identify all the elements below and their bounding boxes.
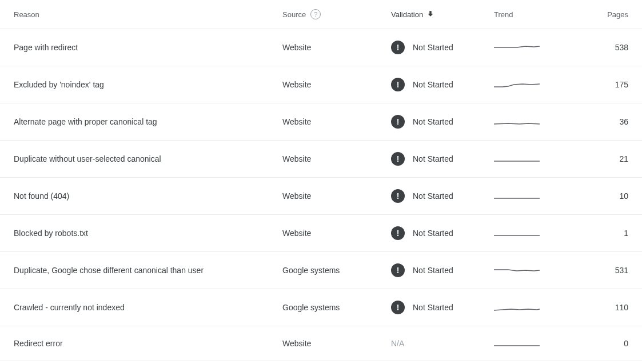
trend-sparkline bbox=[494, 190, 540, 202]
exclamation-icon: ! bbox=[391, 41, 405, 54]
trend-sparkline bbox=[494, 302, 540, 313]
trend-sparkline bbox=[494, 227, 540, 239]
cell-source: Website bbox=[282, 154, 391, 163]
header-validation-label: Validation bbox=[391, 10, 423, 19]
trend-sparkline bbox=[494, 79, 540, 90]
cell-reason: Alternate page with proper canonical tag bbox=[14, 117, 282, 126]
cell-reason: Not found (404) bbox=[14, 191, 282, 201]
cell-source: Google systems bbox=[282, 266, 391, 275]
validation-badge: ! Not Started bbox=[391, 263, 453, 277]
table-row[interactable]: Alternate page with proper canonical tag… bbox=[0, 103, 642, 141]
validation-badge: ! Not Started bbox=[391, 41, 453, 54]
header-reason-label: Reason bbox=[14, 10, 39, 19]
cell-pages: 1 bbox=[563, 229, 628, 238]
cell-pages: 0 bbox=[563, 339, 628, 348]
validation-status-text: Not Started bbox=[413, 191, 453, 201]
header-pages[interactable]: Pages bbox=[563, 10, 628, 19]
cell-source: Google systems bbox=[282, 303, 391, 312]
validation-badge: ! Not Started bbox=[391, 115, 453, 129]
cell-reason: Blocked by robots.txt bbox=[14, 229, 282, 238]
validation-status-text: Not Started bbox=[413, 266, 453, 275]
cell-validation: ! Not Started bbox=[391, 152, 494, 166]
cell-source: Website bbox=[282, 117, 391, 126]
trend-sparkline bbox=[494, 338, 540, 349]
cell-trend bbox=[494, 302, 563, 313]
cell-validation: ! Not Started bbox=[391, 301, 494, 314]
validation-badge: ! Not Started bbox=[391, 226, 453, 240]
validation-badge: ! Not Started bbox=[391, 301, 453, 314]
table-row[interactable]: Duplicate without user-selected canonica… bbox=[0, 141, 642, 178]
cell-reason: Page with redirect bbox=[14, 43, 282, 52]
table-row[interactable]: Blocked by robots.txt Website ! Not Star… bbox=[0, 215, 642, 252]
header-trend: Trend bbox=[494, 10, 563, 19]
cell-validation: ! Not Started bbox=[391, 115, 494, 129]
exclamation-icon: ! bbox=[391, 78, 405, 91]
trend-sparkline bbox=[494, 42, 540, 53]
cell-trend bbox=[494, 227, 563, 239]
cell-validation: ! Not Started bbox=[391, 226, 494, 240]
cell-source: Website bbox=[282, 43, 391, 52]
validation-status-text: Not Started bbox=[413, 80, 453, 89]
validation-status-text: Not Started bbox=[413, 229, 453, 238]
cell-validation: ! Not Started bbox=[391, 189, 494, 203]
table-row[interactable]: Page with redirect Website ! Not Started… bbox=[0, 29, 642, 66]
cell-trend bbox=[494, 265, 563, 276]
validation-status-text: Not Started bbox=[413, 43, 453, 52]
table-header-row: Reason Source ? Validation Trend Pages bbox=[0, 0, 642, 29]
cell-validation: ! Not Started bbox=[391, 41, 494, 54]
trend-sparkline bbox=[494, 265, 540, 276]
cell-trend bbox=[494, 190, 563, 202]
exclamation-icon: ! bbox=[391, 301, 405, 314]
cell-source: Website bbox=[282, 229, 391, 238]
exclamation-icon: ! bbox=[391, 115, 405, 129]
table-row[interactable]: Duplicate, Google chose different canoni… bbox=[0, 252, 642, 289]
exclamation-icon: ! bbox=[391, 152, 405, 166]
header-pages-label: Pages bbox=[607, 10, 628, 19]
validation-badge: ! Not Started bbox=[391, 189, 453, 203]
table-row[interactable]: Not found (404) Website ! Not Started 10 bbox=[0, 178, 642, 215]
cell-pages: 531 bbox=[563, 266, 628, 275]
cell-trend bbox=[494, 42, 563, 53]
cell-reason: Duplicate without user-selected canonica… bbox=[14, 154, 282, 163]
help-icon[interactable]: ? bbox=[310, 9, 321, 19]
cell-reason: Excluded by 'noindex' tag bbox=[14, 80, 282, 89]
validation-status-na: N/A bbox=[391, 339, 404, 348]
header-trend-label: Trend bbox=[494, 10, 513, 19]
exclamation-icon: ! bbox=[391, 263, 405, 277]
table-row[interactable]: Crawled - currently not indexed Google s… bbox=[0, 289, 642, 326]
header-source[interactable]: Source ? bbox=[282, 9, 391, 19]
cell-pages: 538 bbox=[563, 43, 628, 52]
validation-status-text: Not Started bbox=[413, 154, 453, 163]
cell-reason: Redirect error bbox=[14, 339, 282, 348]
header-source-label: Source bbox=[282, 10, 306, 19]
trend-sparkline bbox=[494, 153, 540, 165]
cell-trend bbox=[494, 338, 563, 349]
table-row[interactable]: Excluded by 'noindex' tag Website ! Not … bbox=[0, 66, 642, 103]
cell-source: Website bbox=[282, 339, 391, 348]
cell-pages: 10 bbox=[563, 191, 628, 201]
cell-pages: 36 bbox=[563, 117, 628, 126]
validation-status-text: Not Started bbox=[413, 117, 453, 126]
cell-trend bbox=[494, 116, 563, 127]
table-row[interactable]: Redirect error Website N/A 0 bbox=[0, 326, 642, 361]
trend-sparkline bbox=[494, 116, 540, 127]
cell-source: Website bbox=[282, 80, 391, 89]
header-reason[interactable]: Reason bbox=[14, 10, 282, 19]
cell-validation: ! Not Started bbox=[391, 263, 494, 277]
validation-badge: ! Not Started bbox=[391, 152, 453, 166]
indexing-reasons-table: Reason Source ? Validation Trend Pages P… bbox=[0, 0, 642, 361]
header-validation[interactable]: Validation bbox=[391, 10, 494, 19]
cell-trend bbox=[494, 153, 563, 165]
cell-validation: N/A bbox=[391, 339, 494, 348]
cell-pages: 175 bbox=[563, 80, 628, 89]
validation-badge: ! Not Started bbox=[391, 78, 453, 91]
cell-pages: 21 bbox=[563, 154, 628, 163]
cell-trend bbox=[494, 79, 563, 90]
sort-descending-icon bbox=[426, 10, 434, 19]
validation-status-text: Not Started bbox=[413, 303, 453, 312]
cell-source: Website bbox=[282, 191, 391, 201]
cell-reason: Duplicate, Google chose different canoni… bbox=[14, 266, 282, 275]
cell-pages: 110 bbox=[563, 303, 628, 312]
cell-validation: ! Not Started bbox=[391, 78, 494, 91]
exclamation-icon: ! bbox=[391, 189, 405, 203]
